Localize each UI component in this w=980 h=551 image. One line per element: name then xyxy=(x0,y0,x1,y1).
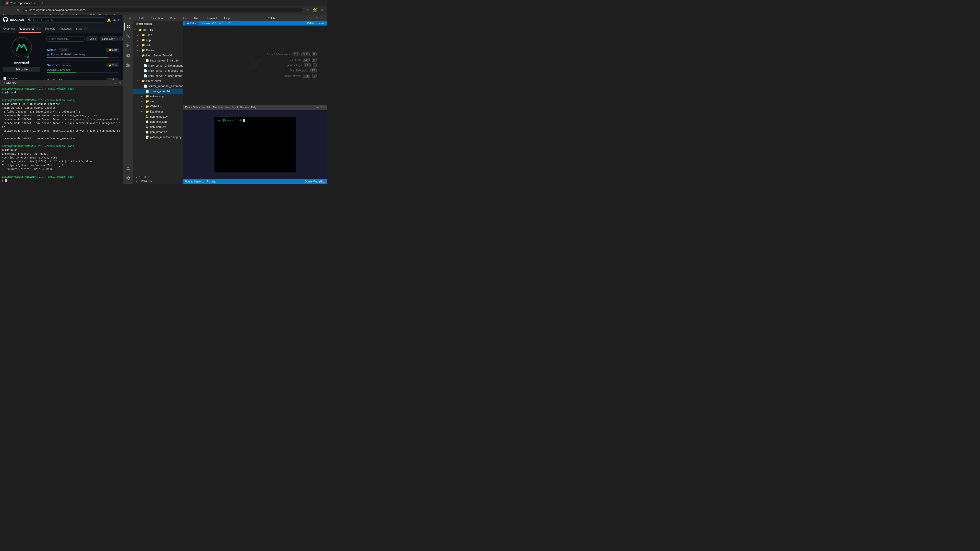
notifications-icon[interactable]: 🔔 xyxy=(107,18,111,22)
outline-header[interactable]: ▸ OUTLINE xyxy=(133,175,183,179)
edit-profile-btn[interactable]: Edit profile xyxy=(3,67,40,72)
type-filter-btn[interactable]: Type ▾ xyxy=(86,37,98,41)
tree-item-readme[interactable]: ▸ 📝 python_multithreading.py xyxy=(133,135,183,140)
vscode-terminal-menu[interactable]: Terminal xyxy=(205,16,219,20)
vscode-maximize-btn[interactable]: □ xyxy=(316,16,318,20)
nav-overview[interactable]: Overview xyxy=(3,25,15,33)
github-panel: moovpad 🔍 Type / to search / 🔔 ⊕ ▾ Overv… xyxy=(0,15,123,184)
new-item-icon[interactable]: ⊕ xyxy=(113,18,116,22)
star-btn-gensecapi[interactable]: ⭐ Star xyxy=(106,78,119,80)
activity-run-debug[interactable] xyxy=(124,52,132,60)
remote-desktop-body[interactable]: root@server1:~# xyxy=(183,110,327,179)
remote-devices-menu[interactable]: Devices xyxy=(240,106,249,109)
activity-source-control[interactable] xyxy=(124,42,132,50)
remote-view-menu[interactable]: View xyxy=(225,106,231,109)
bookmark-btn[interactable]: ☆ xyxy=(305,7,310,13)
nav-packages-label: Packages xyxy=(59,27,72,30)
sort-filter-btn[interactable]: Sort ▾ xyxy=(119,37,123,41)
remote-input-menu[interactable]: Input xyxy=(232,106,238,109)
vscode-help-menu[interactable]: Help xyxy=(223,16,232,20)
nav-back-btn[interactable]: ← xyxy=(2,7,7,13)
remote-machine-menu[interactable]: Machine xyxy=(213,106,223,109)
repo-name-reflib[interactable]: RefLib xyxy=(47,48,56,52)
activity-extensions[interactable] xyxy=(124,61,132,70)
tree-item-docker[interactable]: ▸ 📁 Docker xyxy=(133,48,183,53)
shell-file-icon: 📋 xyxy=(145,120,149,124)
tree-item-databases[interactable]: ▸ 📁 Databases xyxy=(133,109,183,114)
vscode-minimize-btn[interactable]: — xyxy=(310,16,313,20)
terminal-expand-btn[interactable]: □ xyxy=(119,81,121,85)
vscode-file-menu[interactable]: File xyxy=(126,16,134,20)
tree-item-app[interactable]: ▸ 📁 app xyxy=(133,38,183,43)
terminal-body[interactable]: aaron@PROBOOK5 MINGW64 /c/../repos/RefLi… xyxy=(0,86,123,184)
settings-btn[interactable]: ⚙ xyxy=(319,7,325,13)
tree-item-linux-server-tutorial[interactable]: ▾ 📂 Linux Server Tutorial xyxy=(133,53,183,58)
activity-accounts[interactable] xyxy=(124,164,132,173)
extension-btn[interactable]: 🧩 xyxy=(312,7,318,13)
remote-terminal-screen[interactable]: root@server1:~# xyxy=(214,117,296,173)
folder-icon: 📁 xyxy=(142,38,145,42)
nav-projects[interactable]: Projects xyxy=(45,25,56,33)
tree-item-intro-txt[interactable]: ▸ 📄 linux_server_1_intro.txt xyxy=(133,58,183,63)
main-layout: moovpad 🔍 Type / to search / 🔔 ⊕ ▾ Overv… xyxy=(0,15,327,184)
address-bar[interactable]: 🔒 https://github.com/moovpad?tab=reposit… xyxy=(22,8,303,12)
vscode-view-menu[interactable]: View xyxy=(169,16,178,20)
nav-stars[interactable]: Stars 2 xyxy=(76,25,88,33)
chevron-down-icon: ▾ xyxy=(134,29,137,31)
nav-repositories[interactable]: Repositories 41 xyxy=(19,25,41,33)
vscode-go-menu[interactable]: Go xyxy=(182,16,189,20)
activity-settings[interactable] xyxy=(124,174,132,182)
gh-search[interactable]: 🔍 Type / to search / xyxy=(26,17,105,23)
repo-search-input[interactable] xyxy=(46,36,84,41)
vscode-editor-area[interactable]: ✕ Show All Commands Ctrl Shift P Go to F… xyxy=(183,25,327,105)
tree-item-gen-github[interactable]: ▸ 🐍 gen_github.py xyxy=(133,114,183,119)
tree-item-user-group-txt[interactable]: ▸ 📄 linux_server_4_user_group_manage... xyxy=(133,73,183,78)
vscode-sidebar: EXPLORER ▾ 📁 REFLIB ▸ 📁 .idea ▸ 📁 xyxy=(133,21,183,184)
vscode-edit-menu[interactable]: Edit xyxy=(138,16,146,20)
tree-label: server_setup.txt xyxy=(150,90,170,93)
tree-item-gen-nmap[interactable]: ▸ 📋 gen_nmap.sh xyxy=(133,129,183,135)
vscode-outline: ▸ OUTLINE ▸ TIMELINE xyxy=(133,174,183,184)
tree-item-wei[interactable]: ▸ 📁 wei xyxy=(133,99,183,104)
tree-item-networking[interactable]: ▸ 📁 networking xyxy=(133,94,183,99)
vscode-run-menu[interactable]: Run xyxy=(192,16,200,20)
tree-item-webapis[interactable]: ▸ 📁 WebAPIs xyxy=(133,104,183,109)
tree-item-important-commands[interactable]: ▸ 📄 server_important_commands.txt xyxy=(133,83,183,89)
remote-indicator[interactable]: ⇄ RefLib xyxy=(185,21,199,25)
term-line-4: aaron@PROBOOK5 MINGW64 /c/../repos/RefLi… xyxy=(2,98,121,102)
browser-tab-active[interactable]: 🐙 Your Repositories ✕ xyxy=(2,0,39,6)
star-btn-sandbox[interactable]: ⭐ Star xyxy=(106,63,119,67)
activity-search[interactable] xyxy=(124,32,132,40)
tree-item-gen-gitlab[interactable]: ▸ 📋 gen_gitlab.sh xyxy=(133,119,183,124)
repo-name-sandbox[interactable]: Sandbox xyxy=(47,64,60,67)
tree-label: LinuxServer xyxy=(146,79,161,83)
tree-item-data[interactable]: ▸ 📁 data xyxy=(133,43,183,48)
nav-forward-btn[interactable]: → xyxy=(9,7,14,13)
profile-link-moovpad[interactable]: 📄 moovpad xyxy=(3,76,40,80)
statusbar-right: RefLib master xyxy=(307,22,325,25)
tree-item-linuxserver[interactable]: ▾ 📂 LinuxServer xyxy=(133,78,183,83)
branch-indicator[interactable]: ⑂ main xyxy=(202,22,210,25)
tree-item-server-setup[interactable]: ▸ 📄 server_setup.txt xyxy=(133,89,183,94)
vscode-selection-menu[interactable]: Selection xyxy=(150,16,164,20)
remote-file-menu[interactable]: File xyxy=(207,106,211,109)
tree-item-reflib[interactable]: ▾ 📁 REFLIB xyxy=(133,27,183,32)
activity-explorer[interactable] xyxy=(124,22,132,31)
tab-close-btn[interactable]: ✕ xyxy=(34,2,36,5)
terminal-minimize-btn[interactable]: — xyxy=(114,81,117,85)
vscode-x-logo: ✕ xyxy=(247,53,263,77)
terminal-close-btn[interactable]: ✕ xyxy=(109,81,112,85)
vscode-close-btn[interactable]: ✕ xyxy=(321,16,324,20)
nav-refresh-btn[interactable]: ↻ xyxy=(15,7,21,13)
nav-packages[interactable]: Packages xyxy=(59,25,72,33)
tree-item-idea[interactable]: ▸ 📁 .idea xyxy=(133,32,183,38)
tree-item-gen-linux[interactable]: ▸ 🐍 gen_linux.py xyxy=(133,124,183,129)
user-menu-icon[interactable]: ▾ xyxy=(118,18,120,22)
new-tab-btn[interactable]: + xyxy=(40,1,45,5)
language-filter-btn[interactable]: Language ▾ xyxy=(100,37,118,41)
remote-help-menu[interactable]: Help xyxy=(251,106,256,109)
timeline-header[interactable]: ▸ TIMELINE xyxy=(133,179,183,183)
tree-item-file-mgmt-txt[interactable]: ▸ 📄 linux_server_2_file_management.txt xyxy=(133,63,183,68)
tree-item-process-mgmt-txt[interactable]: ▸ 📄 linux_server_3_process_management.tx… xyxy=(133,68,183,73)
star-btn-reflib[interactable]: ⭐ Star xyxy=(106,48,119,52)
